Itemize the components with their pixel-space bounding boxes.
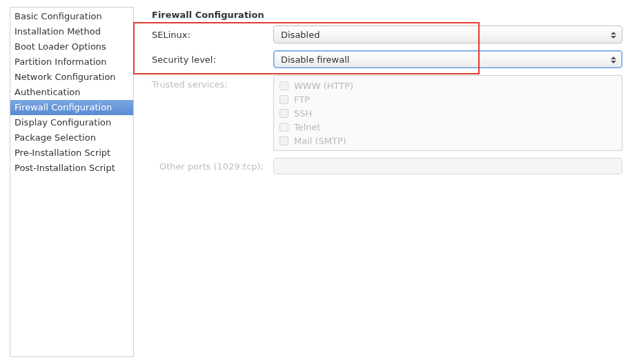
checkbox[interactable] [279,136,288,145]
trusted-service-label: FTP [294,94,310,105]
trusted-service-label: WWW (HTTP) [294,81,353,91]
trusted-service-row: FTP [279,92,616,106]
other-ports-label: Other ports (1029:tcp): [150,161,268,172]
other-ports-input[interactable] [273,158,622,174]
main-content: Firewall Configuration SELinux: Disabled… [134,0,639,364]
sidebar-item[interactable]: Authentication [10,85,133,100]
sidebar-item[interactable]: Installation Method [10,24,133,39]
security-level-label: Security level: [150,54,268,65]
checkbox[interactable] [279,109,288,118]
updown-icon [608,28,619,42]
sidebar-item[interactable]: Boot Loader Options [10,39,133,54]
trusted-service-label: SSH [294,108,312,119]
page-title: Firewall Configuration [152,10,622,20]
trusted-service-row: SSH [279,106,616,120]
sidebar: Basic ConfigurationInstallation MethodBo… [10,7,134,357]
trusted-service-label: Mail (SMTP) [294,136,346,146]
selinux-value: Disabled [281,30,320,40]
sidebar-item[interactable]: Pre-Installation Script [10,145,133,161]
checkbox[interactable] [279,81,288,90]
sidebar-item[interactable]: Post-Installation Script [10,161,133,176]
sidebar-item[interactable]: Display Configuration [10,115,133,130]
security-level-value: Disable firewall [281,54,349,65]
trusted-services-panel: WWW (HTTP)FTPSSHTelnetMail (SMTP) [273,75,622,151]
sidebar-item[interactable]: Package Selection [10,130,133,145]
trusted-services-label: Trusted services: [150,75,268,90]
updown-icon [608,53,619,67]
trusted-service-row: Telnet [279,120,616,134]
sidebar-item[interactable]: Network Configuration [10,70,133,85]
selinux-combo[interactable]: Disabled [273,26,622,43]
trusted-service-label: Telnet [294,122,321,132]
trusted-service-row: WWW (HTTP) [279,79,616,92]
sidebar-item[interactable]: Firewall Configuration [10,100,133,115]
security-level-combo[interactable]: Disable firewall [273,50,622,68]
selinux-label: SELinux: [150,30,268,40]
sidebar-item[interactable]: Partition Information [10,54,133,70]
app-root: Basic ConfigurationInstallation MethodBo… [0,0,639,364]
trusted-service-row: Mail (SMTP) [279,134,616,148]
sidebar-item[interactable]: Basic Configuration [10,9,133,24]
form-grid: SELinux: Disabled Security level: Disabl… [150,26,622,174]
checkbox[interactable] [279,123,288,132]
checkbox[interactable] [279,95,288,104]
